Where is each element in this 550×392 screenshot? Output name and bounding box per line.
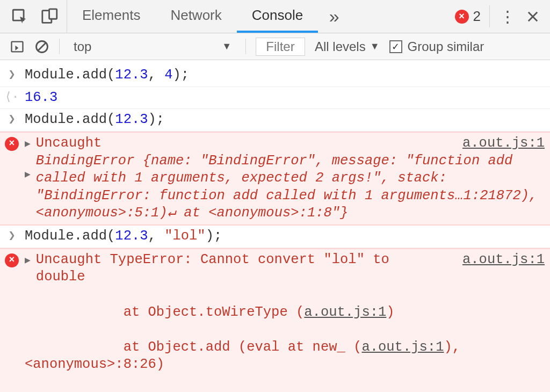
group-similar-toggle[interactable]: ✓ Group similar [389, 39, 484, 54]
error-icon: × [4, 135, 19, 151]
console-log: ❯ Module.add(12.3, 4); ⟨· 16.3 ❯ Module.… [0, 60, 550, 392]
tab-console[interactable]: Console [237, 0, 318, 33]
console-input-row[interactable]: ❯ Module.add(12.3); [0, 109, 550, 132]
error-count-value: 2 [473, 8, 481, 25]
disclosure-triangle-icon[interactable]: ▶ [25, 135, 36, 150]
error-head: Uncaught [36, 135, 102, 153]
svg-rect-3 [12, 41, 23, 52]
filter-placeholder: Filter [266, 39, 294, 54]
prompt-icon: ❯ [4, 111, 19, 127]
devtools-tabstrip: Elements Network Console » × 2 ⋮ [0, 0, 550, 33]
stack-link[interactable]: a.out.js:1 [304, 304, 386, 320]
error-icon: × [4, 251, 19, 267]
prompt-icon: ❯ [4, 228, 19, 244]
clear-console-icon[interactable] [34, 39, 49, 54]
console-error-row[interactable]: × ▶ Uncaught a.out.js:1 ▶ BindingError {… [0, 132, 550, 226]
error-content: ▶ Uncaught a.out.js:1 ▶ BindingError {na… [25, 135, 545, 222]
prompt-icon: ❯ [4, 67, 19, 83]
console-return-row[interactable]: ⟨· 16.3 [0, 87, 550, 110]
console-input-row[interactable]: ❯ Module.add(12.3, 4); [0, 64, 550, 87]
context-selector[interactable]: top ▼ [69, 39, 236, 54]
checkbox-checked-icon: ✓ [389, 40, 402, 53]
console-sidebar-toggle-icon[interactable] [10, 39, 25, 54]
filter-input[interactable]: Filter [256, 38, 305, 56]
stack-link[interactable]: a.out.js:1 [361, 339, 444, 355]
console-error-row[interactable]: × ▶ Uncaught TypeError: Cannot convert "… [0, 248, 550, 392]
chevron-down-icon: ▼ [370, 41, 380, 52]
tab-network[interactable]: Network [155, 0, 236, 33]
right-cluster: × 2 ⋮ [446, 0, 550, 33]
console-input-text: Module.add(12.3, "lol"); [25, 228, 545, 245]
return-icon: ⟨· [4, 89, 19, 105]
chevron-down-icon: ▼ [222, 41, 231, 52]
inspect-icon-well [0, 0, 67, 33]
error-head-cont: double [36, 269, 85, 285]
console-return-value: 16.3 [25, 89, 545, 107]
kebab-menu-icon[interactable]: ⋮ [500, 7, 516, 26]
level-selector[interactable]: All levels ▼ [315, 39, 380, 54]
console-input-row[interactable]: ❯ Module.add(12.3, "lol"); [0, 226, 550, 248]
group-similar-label: Group similar [408, 39, 484, 54]
console-input-text: Module.add(12.3); [25, 111, 545, 129]
close-icon[interactable] [525, 9, 540, 24]
error-body: BindingError {name: "BindingError", mess… [36, 153, 545, 223]
inspect-element-icon[interactable] [11, 8, 29, 26]
error-location-link[interactable]: a.out.js:1 [450, 251, 545, 269]
error-count[interactable]: × 2 [446, 5, 490, 27]
svg-rect-2 [49, 9, 57, 18]
error-dot-icon: × [455, 10, 469, 24]
divider [59, 39, 60, 54]
disclosure-triangle-icon[interactable]: ▶ [25, 153, 36, 181]
divider [245, 39, 246, 54]
tab-elements[interactable]: Elements [67, 0, 155, 33]
level-selector-value: All levels [315, 39, 366, 54]
console-toolbar: top ▼ Filter All levels ▼ ✓ Group simila… [0, 33, 550, 60]
disclosure-triangle-icon[interactable]: ▶ [25, 251, 36, 267]
error-content: ▶ Uncaught TypeError: Cannot convert "lo… [25, 251, 545, 392]
device-toolbar-icon[interactable] [41, 8, 59, 26]
error-head: Uncaught TypeError: Cannot convert "lol"… [36, 252, 389, 267]
panel-tabs: Elements Network Console [67, 0, 318, 33]
error-location-link[interactable]: a.out.js:1 [450, 135, 545, 153]
console-input-text: Module.add(12.3, 4); [25, 67, 545, 84]
more-tabs-icon[interactable]: » [318, 1, 350, 33]
context-selector-value: top [74, 39, 91, 54]
